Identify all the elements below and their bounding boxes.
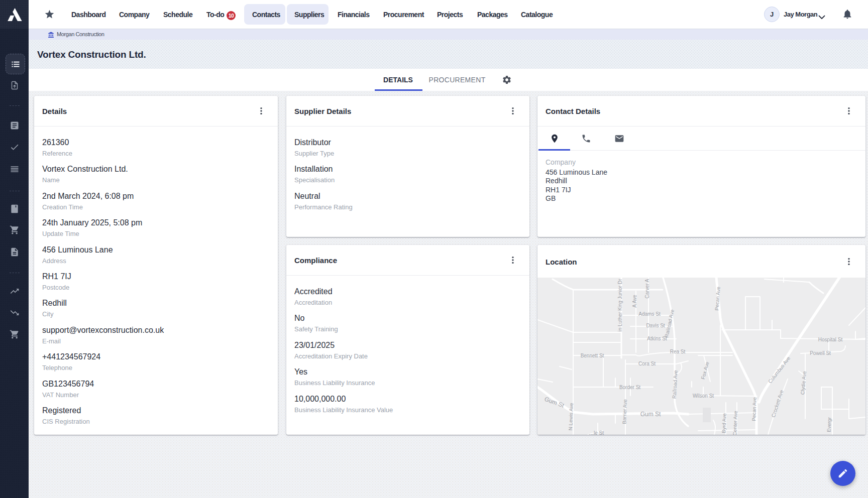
svg-text:Powell St: Powell St	[810, 350, 831, 356]
svg-text:N Lewis Ave: N Lewis Ave	[568, 403, 574, 431]
svg-text:Adams St: Adams St	[638, 311, 661, 317]
svg-text:Border St: Border St	[619, 385, 640, 390]
svg-text:Hospital St: Hospital St	[818, 337, 843, 342]
svg-text:A Ave: A Ave	[632, 295, 637, 308]
svg-text:…le St: …le St	[589, 430, 604, 435]
svg-text:Bennett St: Bennett St	[581, 353, 604, 358]
svg-text:Rea St: Rea St	[670, 349, 686, 354]
svg-text:in Luther King Junior Dr: in Luther King Junior Dr	[617, 279, 623, 332]
svg-text:Barrier Ave: Barrier Ave	[621, 399, 628, 424]
svg-text:Wilson St: Wilson St	[693, 393, 714, 399]
svg-text:Davis St: Davis St	[646, 323, 665, 328]
svg-text:Carver A: Carver A	[644, 279, 650, 298]
svg-text:Evergr: Evergr	[826, 417, 832, 432]
svg-text:Center Ave: Center Ave	[732, 411, 738, 435]
svg-text:Gum St: Gum St	[640, 411, 661, 418]
svg-text:Cora St: Cora St	[638, 361, 656, 366]
svg-text:Pecan Ave: Pecan Ave	[751, 397, 757, 421]
svg-text:Byrd Ave: Byrd Ave	[721, 413, 727, 433]
